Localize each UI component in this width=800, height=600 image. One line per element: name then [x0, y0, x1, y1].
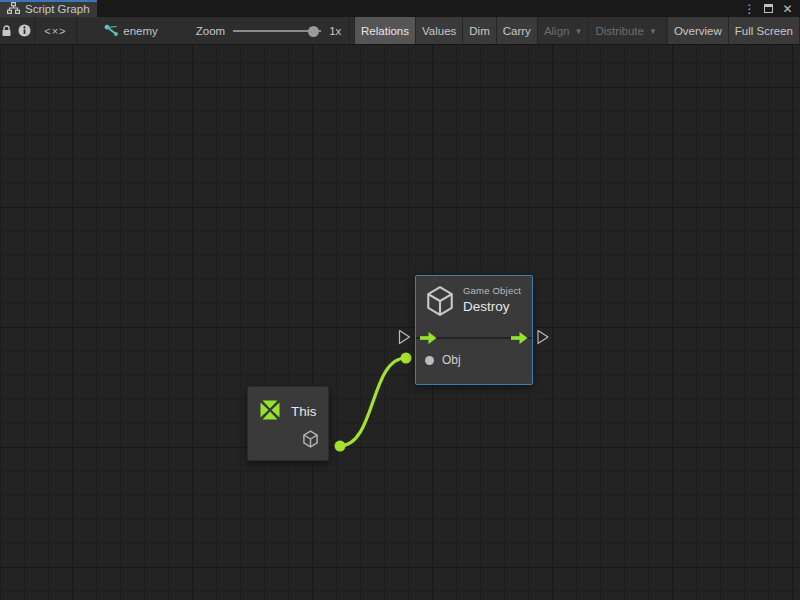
distribute-dropdown[interactable]: Distribute ▼ [588, 17, 663, 44]
maximize-icon [764, 4, 773, 13]
full-screen-button[interactable]: Full Screen [728, 17, 800, 44]
flow-arrow-icon [511, 331, 528, 345]
zoom-control: Zoom 1x [168, 17, 350, 44]
this-self-output-port[interactable] [302, 430, 319, 452]
tab-active-accent [0, 0, 97, 2]
carry-button[interactable]: Carry [496, 17, 537, 44]
connection-wire [340, 358, 406, 446]
info-icon [18, 24, 31, 37]
lock-button[interactable] [0, 17, 14, 44]
game-object-cube-icon [302, 430, 319, 448]
toolbar-button-row: Relations Values Dim Carry Align ▼ Distr… [354, 17, 800, 44]
flow-in-triangle-icon [400, 331, 410, 344]
toolbar-separator [349, 17, 350, 44]
zoom-label: Zoom [196, 25, 225, 37]
port-dot-icon [425, 356, 434, 365]
port-label: Obj [442, 353, 461, 367]
window-tab-bar: Script Graph ⋮ ✕ [0, 0, 800, 17]
window-menu-button[interactable]: ⋮ [742, 1, 757, 16]
graph-name: enemy [123, 25, 158, 37]
window-controls: ⋮ ✕ [742, 0, 800, 17]
obj-input-port[interactable]: Obj [425, 353, 461, 367]
node-title: Destroy [463, 299, 521, 314]
zoom-slider[interactable] [233, 24, 321, 38]
wire-start-dot [335, 441, 346, 452]
graph-toolbar: <×> enemy Zoom 1x Relations Values Dim C… [0, 17, 800, 45]
zoom-slider-handle[interactable] [308, 26, 319, 37]
node-title: This [291, 404, 317, 419]
zoom-value: 1x [329, 25, 341, 37]
overview-button[interactable]: Overview [667, 17, 728, 44]
tab-title: Script Graph [25, 3, 90, 15]
dim-button[interactable]: Dim [462, 17, 495, 44]
this-converge-icon [257, 397, 283, 423]
flow-arrow-icon [420, 331, 437, 345]
graph-reference[interactable]: enemy [76, 17, 168, 44]
node-this[interactable]: This [247, 386, 329, 461]
edit-code-button[interactable]: <×> [35, 17, 76, 44]
node-destroy-header: Game Object Destroy [416, 276, 532, 317]
align-dropdown[interactable]: Align ▼ [537, 17, 589, 44]
node-this-header: This [248, 387, 328, 423]
values-button[interactable]: Values [415, 17, 462, 44]
wire-end-dot [401, 353, 412, 364]
node-destroy[interactable]: Game Object Destroy Obj [415, 275, 533, 385]
game-object-cube-icon [425, 285, 455, 317]
flow-out-triangle-icon [538, 331, 548, 344]
info-button[interactable] [14, 17, 34, 44]
window-close-button[interactable]: ✕ [780, 1, 795, 16]
relations-button[interactable]: Relations [354, 17, 415, 44]
wire-layer [0, 45, 800, 600]
window-maximize-button[interactable] [761, 1, 776, 16]
node-category: Game Object [463, 285, 521, 296]
tab-script-graph[interactable]: Script Graph [0, 0, 97, 17]
control-input-port[interactable] [420, 331, 437, 349]
chevron-down-icon: ▼ [574, 26, 582, 36]
chevron-down-icon: ▼ [649, 26, 657, 36]
graph-canvas[interactable]: This Game Object Destroy [0, 45, 800, 600]
control-output-port[interactable] [511, 331, 528, 349]
lock-icon [1, 25, 12, 37]
graph-hierarchy-icon [7, 0, 20, 18]
script-graph-asset-icon [104, 24, 118, 37]
